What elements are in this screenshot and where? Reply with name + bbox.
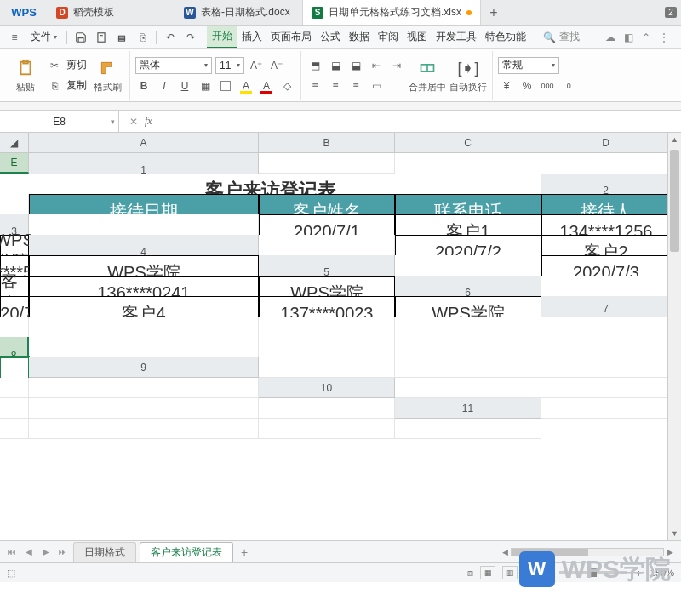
undo-button[interactable]: ↶ xyxy=(161,28,180,47)
vertical-scrollbar[interactable]: ▲ ▼ xyxy=(667,133,681,540)
doc-tab-sheet-active[interactable]: S 日期单元格格式练习文档.xlsx xyxy=(303,0,481,25)
cell[interactable] xyxy=(0,398,29,419)
merge-center-button[interactable]: 合并居中 xyxy=(409,57,446,94)
col-header-D[interactable]: D xyxy=(541,133,671,153)
tab-start[interactable]: 开始 xyxy=(207,26,237,48)
print-preview-button[interactable] xyxy=(92,28,111,47)
tab-formula[interactable]: 公式 xyxy=(316,26,345,48)
align-left-button[interactable]: ≡ xyxy=(306,77,323,94)
cloud-icon[interactable]: ☁ xyxy=(605,31,615,43)
cancel-formula-icon[interactable]: ✕ xyxy=(129,116,138,128)
shrink-font-button[interactable]: A⁻ xyxy=(268,57,285,74)
tab-page-layout[interactable]: 页面布局 xyxy=(266,26,316,48)
copy-button[interactable]: ⎘复制 xyxy=(46,77,87,94)
italic-button[interactable]: I xyxy=(156,77,173,94)
search-box[interactable]: 🔍 查找 xyxy=(537,27,586,47)
indent-increase-button[interactable]: ⇥ xyxy=(388,57,405,74)
row-header-10[interactable]: 10 xyxy=(259,378,395,398)
file-menu[interactable]: 文件▾ xyxy=(26,30,62,44)
sheet-tab-2-active[interactable]: 客户来访登记表 xyxy=(140,542,233,562)
wrap-text-button[interactable]: [➧] 自动换行 xyxy=(449,57,487,94)
col-header-A[interactable]: A xyxy=(29,133,259,153)
cell[interactable] xyxy=(541,378,671,398)
highlight-color-button[interactable]: A xyxy=(237,77,255,94)
grow-font-button[interactable]: A⁺ xyxy=(248,57,265,74)
currency-button[interactable]: ¥ xyxy=(498,77,515,94)
tab-insert[interactable]: 插入 xyxy=(237,26,266,48)
align-right-button[interactable]: ≡ xyxy=(347,77,364,94)
cell[interactable] xyxy=(0,378,29,398)
export-button[interactable]: ⎘ xyxy=(133,28,152,47)
sheet-nav-last[interactable]: ⏭ xyxy=(56,547,70,556)
name-box[interactable]: E8 ▾ xyxy=(0,111,119,132)
add-sheet-button[interactable]: + xyxy=(237,545,252,559)
fill-color-button[interactable] xyxy=(217,77,234,94)
tab-special[interactable]: 特色功能 xyxy=(481,26,530,48)
tab-review[interactable]: 审阅 xyxy=(374,26,403,48)
sheet-nav-first[interactable]: ⏮ xyxy=(5,547,19,556)
view-normal-button[interactable]: ▦ xyxy=(480,566,495,579)
view-page-button[interactable]: ▥ xyxy=(502,566,518,579)
align-middle-button[interactable]: ⬓ xyxy=(327,57,344,74)
new-tab-button[interactable]: + xyxy=(481,0,506,25)
col-header-E[interactable]: E xyxy=(0,153,29,174)
scroll-thumb[interactable] xyxy=(670,150,679,252)
cell[interactable] xyxy=(395,378,541,398)
more-icon[interactable]: ⋮ xyxy=(659,31,669,43)
font-size-select[interactable]: 11▾ xyxy=(215,57,244,74)
zoom-out-button[interactable]: − xyxy=(547,568,552,578)
bold-button[interactable]: B xyxy=(135,77,152,94)
align-center-button[interactable]: ≡ xyxy=(327,77,344,94)
cell[interactable] xyxy=(541,398,671,419)
align-bottom-button[interactable]: ⬓ xyxy=(347,57,364,74)
zoom-slider[interactable] xyxy=(559,571,627,574)
paste-button[interactable]: 粘贴 xyxy=(9,57,43,94)
hscroll-thumb[interactable] xyxy=(512,549,588,556)
clear-format-button[interactable]: ◇ xyxy=(278,77,295,94)
cell[interactable] xyxy=(259,357,395,378)
sheet-nav-prev[interactable]: ◀ xyxy=(22,547,36,556)
format-painter-button[interactable]: 格式刷 xyxy=(90,57,124,94)
scroll-up-icon[interactable]: ▲ xyxy=(668,133,681,146)
tab-data[interactable]: 数据 xyxy=(345,26,374,48)
row-header-11[interactable]: 11 xyxy=(395,398,541,419)
save-button[interactable] xyxy=(72,28,90,47)
underline-button[interactable]: U xyxy=(176,77,193,94)
cell[interactable] xyxy=(395,357,541,378)
cell[interactable] xyxy=(29,398,259,419)
horizontal-scrollbar[interactable]: ◀ ▶ xyxy=(499,548,676,556)
sheet-tab-1[interactable]: 日期格式 xyxy=(73,542,136,562)
skin-icon[interactable]: ◧ xyxy=(624,31,633,43)
borders-button[interactable]: ▦ xyxy=(197,77,214,94)
doc-tab-word[interactable]: W 表格-日期格式.docx xyxy=(175,0,303,25)
cell[interactable] xyxy=(259,419,395,439)
window-count-badge[interactable]: 2 xyxy=(661,0,681,25)
print-button[interactable] xyxy=(112,28,131,47)
font-color-button[interactable]: A xyxy=(258,77,275,94)
font-name-select[interactable]: 黑体▾ xyxy=(135,57,212,74)
sheet-nav-next[interactable]: ▶ xyxy=(39,547,53,556)
tab-view[interactable]: 视图 xyxy=(403,26,432,48)
col-header-B[interactable]: B xyxy=(259,133,395,153)
number-format-select[interactable]: 常规▾ xyxy=(498,57,559,74)
col-header-C[interactable]: C xyxy=(395,133,541,153)
formula-input[interactable] xyxy=(159,116,671,128)
wps-home-tab[interactable]: WPS xyxy=(0,0,48,25)
merge-split-button[interactable]: ▭ xyxy=(368,77,385,94)
view-break-button[interactable]: ▤ xyxy=(524,566,540,579)
row-header-9[interactable]: 9 xyxy=(29,357,259,378)
app-menu-button[interactable]: ≡ xyxy=(5,28,24,47)
cut-button[interactable]: ✂剪切 xyxy=(46,57,87,74)
fx-icon[interactable]: fx xyxy=(145,115,152,128)
cell[interactable] xyxy=(29,419,259,439)
cell[interactable] xyxy=(541,357,671,378)
stats-icon[interactable]: ⧈ xyxy=(467,568,473,579)
redo-button[interactable]: ↷ xyxy=(181,28,200,47)
doc-tab-dao-ke[interactable]: D 稻壳模板 xyxy=(48,0,175,25)
align-top-button[interactable]: ⬒ xyxy=(306,57,323,74)
cell[interactable] xyxy=(395,419,541,439)
hscroll-right-icon[interactable]: ▶ xyxy=(664,548,676,556)
comma-button[interactable]: 000 xyxy=(539,77,556,94)
zoom-in-button[interactable]: ＋ xyxy=(634,567,644,579)
hscroll-left-icon[interactable]: ◀ xyxy=(499,548,511,556)
